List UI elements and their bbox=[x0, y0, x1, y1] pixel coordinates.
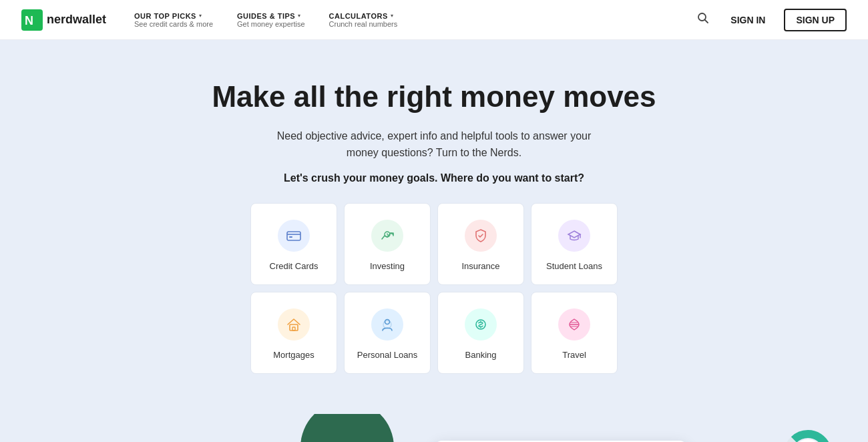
chevron-down-icon: ▾ bbox=[298, 13, 300, 19]
category-travel[interactable]: Travel bbox=[531, 292, 618, 374]
chevron-down-icon: ▾ bbox=[391, 13, 393, 19]
svg-rect-6 bbox=[289, 236, 292, 238]
hero-headline: Make all the right money moves bbox=[13, 80, 855, 114]
hero-cta: Let's crush your money goals. Where do y… bbox=[13, 172, 855, 184]
insurance-icon-wrap bbox=[465, 220, 497, 252]
search-icon bbox=[697, 12, 709, 24]
student-loans-icon-wrap bbox=[558, 220, 590, 252]
airplane-icon bbox=[566, 316, 583, 333]
person-icon bbox=[379, 316, 396, 333]
mortgages-icon-wrap bbox=[278, 308, 310, 341]
category-student-loans[interactable]: Student Loans bbox=[531, 203, 618, 285]
main-nav: OUR TOP PICKS ▾ See credit cards & more … bbox=[125, 12, 694, 28]
category-personal-loans[interactable]: Personal Loans bbox=[344, 292, 431, 374]
svg-line-3 bbox=[705, 20, 708, 23]
house-icon bbox=[285, 316, 302, 333]
insurance-label: Insurance bbox=[461, 261, 499, 271]
credit-cards-icon-wrap bbox=[278, 220, 310, 252]
credit-card-icon bbox=[285, 227, 302, 244]
personal-loans-label: Personal Loans bbox=[357, 350, 417, 360]
bottom-section: Get the most from your money Discover wh… bbox=[0, 414, 868, 442]
category-mortgages[interactable]: Mortgages bbox=[250, 292, 337, 374]
investing-icon-wrap bbox=[371, 220, 403, 252]
hero-subtext: Need objective advice, expert info and h… bbox=[240, 128, 628, 162]
graduation-cap-icon bbox=[566, 227, 583, 244]
category-investing[interactable]: Investing bbox=[344, 203, 431, 285]
nav-top-picks[interactable]: OUR TOP PICKS ▾ See credit cards & more bbox=[125, 12, 222, 28]
green-circle-decoration bbox=[300, 414, 394, 442]
shield-icon bbox=[472, 227, 489, 244]
category-grid: Credit Cards Investing Insurance bbox=[13, 203, 855, 374]
banking-icon-wrap bbox=[465, 308, 497, 341]
travel-label: Travel bbox=[562, 350, 586, 360]
sign-up-button[interactable]: SIGN UP bbox=[784, 9, 847, 31]
nav-calculators[interactable]: CALCULATORS ▾ Crunch real numbers bbox=[320, 12, 407, 28]
personal-loans-icon-wrap bbox=[371, 308, 403, 341]
category-banking[interactable]: Banking bbox=[437, 292, 524, 374]
bank-icon bbox=[472, 316, 489, 333]
category-credit-cards[interactable]: Credit Cards bbox=[250, 203, 337, 285]
investing-label: Investing bbox=[370, 261, 405, 271]
svg-rect-4 bbox=[287, 232, 300, 240]
investing-icon bbox=[379, 227, 396, 244]
mortgages-label: Mortgages bbox=[273, 350, 314, 360]
logo-text: nerdwallet bbox=[47, 13, 106, 27]
hero-section: Make all the right money moves Need obje… bbox=[0, 40, 868, 414]
travel-icon-wrap bbox=[558, 308, 590, 341]
header: N nerdwallet OUR TOP PICKS ▾ See credit … bbox=[0, 0, 868, 40]
donut-chart bbox=[781, 427, 835, 442]
category-insurance[interactable]: Insurance bbox=[437, 203, 524, 285]
nerdwallet-logo-icon: N bbox=[21, 9, 43, 31]
credit-cards-label: Credit Cards bbox=[270, 261, 318, 271]
logo[interactable]: N nerdwallet bbox=[21, 9, 106, 31]
nav-guides[interactable]: GUIDES & TIPS ▾ Get money expertise bbox=[228, 12, 314, 28]
banking-label: Banking bbox=[465, 350, 497, 360]
search-button[interactable] bbox=[694, 9, 712, 30]
svg-text:N: N bbox=[25, 14, 33, 27]
sign-in-button[interactable]: SIGN IN bbox=[722, 9, 773, 31]
chevron-down-icon: ▾ bbox=[199, 13, 202, 19]
header-actions: SIGN IN SIGN UP bbox=[694, 9, 847, 31]
student-loans-label: Student Loans bbox=[546, 261, 602, 271]
